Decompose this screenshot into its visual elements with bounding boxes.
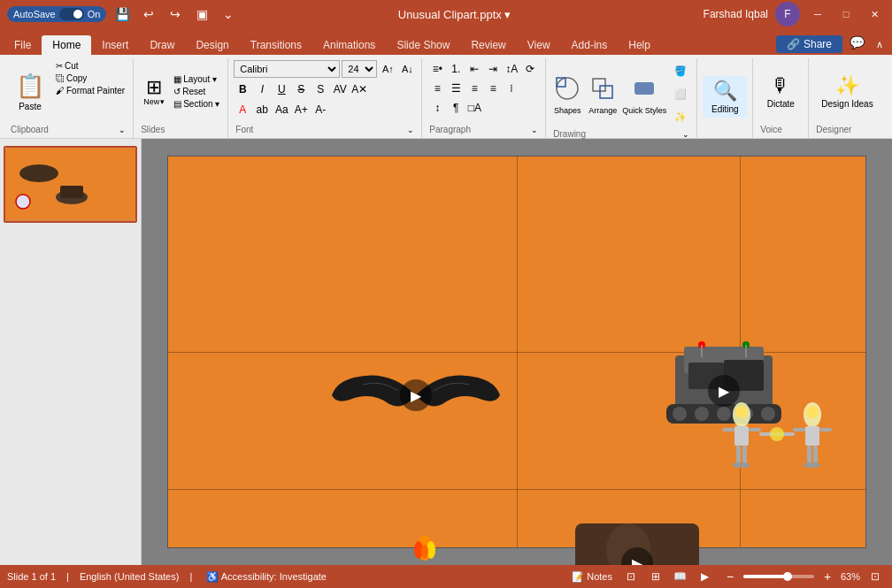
font-size-down2-button[interactable]: A-	[311, 101, 329, 118]
reset-button[interactable]: ↺ Reset	[171, 86, 222, 97]
tab-view[interactable]: View	[517, 35, 561, 55]
paragraph-spacing-button[interactable]: ¶	[447, 99, 465, 117]
tab-file[interactable]: File	[4, 35, 42, 55]
increase-indent-button[interactable]: ⇥	[484, 60, 502, 78]
new-slide-button[interactable]: ⊞ New ▾	[139, 75, 169, 109]
font-family-select[interactable]: Calibri	[234, 60, 340, 78]
undo-button[interactable]: ↩	[138, 4, 159, 25]
cut-button[interactable]: ✂ Cut	[53, 60, 127, 72]
convert-smartart-button[interactable]: ⟳	[521, 60, 539, 78]
paste-button[interactable]: 📋 Paste	[9, 60, 51, 123]
minimize-button[interactable]: ─	[807, 4, 828, 25]
arrange-button[interactable]	[587, 73, 619, 104]
increase-font-button[interactable]: A↑	[379, 60, 396, 78]
decrease-font-button[interactable]: A↓	[398, 60, 416, 78]
slide-canvas[interactable]: ▶	[167, 156, 866, 548]
drawing-expand-button[interactable]: ⌄	[682, 130, 689, 139]
close-button[interactable]: ✕	[864, 4, 885, 25]
text-box-button[interactable]: □A	[465, 99, 483, 117]
line-spacing-button[interactable]: ↕	[428, 99, 446, 117]
shape-effects-button[interactable]: ✨	[670, 106, 691, 127]
tab-transitions[interactable]: Transitions	[240, 35, 312, 55]
decrease-indent-button[interactable]: ⇤	[465, 60, 483, 78]
comments-button[interactable]: 💬	[846, 32, 867, 53]
autosave-toggle[interactable]	[59, 8, 84, 20]
notes-button[interactable]: 📝 Notes	[568, 570, 616, 584]
maximize-button[interactable]: □	[835, 4, 857, 25]
font-size-select[interactable]: 24	[342, 60, 377, 78]
italic-button[interactable]: I	[253, 80, 271, 98]
tab-review[interactable]: Review	[460, 35, 516, 55]
save-button[interactable]: 💾	[112, 4, 133, 25]
normal-view-button[interactable]: ⊡	[621, 567, 641, 586]
shapes-button[interactable]	[551, 73, 583, 104]
align-center-button[interactable]: ☰	[447, 80, 465, 97]
slideshow-button[interactable]: ▶	[696, 567, 715, 586]
svg-rect-19	[701, 345, 703, 357]
change-case-button[interactable]: Aa	[273, 101, 290, 118]
design-ideas-button[interactable]: ✨ Design Ideas	[814, 71, 880, 112]
clock-clipart[interactable]	[381, 528, 469, 565]
presentation-view-button[interactable]: ▣	[191, 4, 212, 25]
align-right-button[interactable]: ≡	[465, 80, 483, 97]
justify-button[interactable]: ≡	[484, 80, 502, 97]
text-highlight-button[interactable]: ab	[253, 101, 271, 118]
underline-button[interactable]: U	[273, 80, 290, 98]
autosave-badge[interactable]: AutoSave On	[7, 6, 106, 22]
copy-button[interactable]: ⿻ Copy	[53, 73, 127, 84]
section-button[interactable]: ▤ Section ▾	[171, 98, 222, 110]
zoom-in-button[interactable]: +	[818, 567, 837, 586]
text-shadow-button[interactable]: S	[311, 80, 329, 98]
collapse-ribbon-button[interactable]: ∧	[871, 35, 888, 53]
tab-home[interactable]: Home	[42, 35, 91, 55]
reading-view-button[interactable]: 📖	[671, 567, 690, 586]
ribbon-tabs: File Home Insert Draw Design Transitions…	[0, 28, 892, 55]
slide-thumbnail-1[interactable]	[4, 146, 137, 223]
clipboard-expand-button[interactable]: ⌄	[119, 126, 126, 134]
align-left-button[interactable]: ≡	[428, 80, 446, 97]
design-ideas-label: Design Ideas	[821, 99, 873, 109]
dictate-button[interactable]: 🎙 Dictate	[758, 71, 803, 112]
tab-insert[interactable]: Insert	[91, 35, 139, 55]
font-color-button[interactable]: A	[234, 101, 251, 118]
slide-sorter-button[interactable]: ⊞	[646, 567, 665, 586]
columns-button[interactable]: ⁞	[503, 80, 520, 97]
fit-to-window-button[interactable]: ⊡	[865, 567, 885, 586]
clear-format-button[interactable]: A✕	[350, 80, 368, 98]
avatar[interactable]: F	[775, 2, 800, 27]
svg-rect-47	[749, 428, 761, 431]
share-button[interactable]: 🔗 Share	[776, 35, 842, 53]
bold-button[interactable]: B	[234, 80, 251, 98]
numbering-button[interactable]: 1.	[447, 60, 465, 78]
accessibility-button[interactable]: ♿ Accessibility: Investigate	[203, 570, 330, 584]
mustache-clipart[interactable]: ▶	[327, 351, 504, 439]
editing-button[interactable]: 🔍 Editing	[703, 76, 747, 118]
char-spacing-button[interactable]: AV	[331, 80, 349, 98]
format-painter-button[interactable]: 🖌 Format Painter	[53, 85, 127, 96]
tab-animations[interactable]: Animations	[312, 35, 386, 55]
quick-styles-button[interactable]	[628, 73, 660, 104]
customize-button[interactable]: ⌄	[218, 4, 239, 25]
font-expand-button[interactable]: ⌄	[407, 126, 414, 134]
svg-point-9	[16, 195, 30, 209]
shape-fill-button[interactable]: 🪣	[670, 60, 691, 81]
zoom-slider[interactable]	[743, 575, 814, 578]
shape-outline-button[interactable]: ⬜	[670, 83, 691, 104]
tab-addins[interactable]: Add-ins	[561, 35, 619, 55]
ribbon-group-font: Calibri 24 A↑ A↓ B I U S S AV A✕ A ab A	[228, 58, 422, 138]
tab-slideshow[interactable]: Slide Show	[386, 35, 460, 55]
zoom-out-button[interactable]: −	[720, 567, 740, 586]
tab-draw[interactable]: Draw	[139, 35, 185, 55]
tab-help[interactable]: Help	[618, 35, 661, 55]
font-size-up2-button[interactable]: A+	[292, 101, 310, 118]
strikethrough-button[interactable]: S	[292, 80, 310, 98]
hat-clipart[interactable]: ▶	[549, 493, 726, 565]
paragraph-expand-button[interactable]: ⌄	[531, 126, 538, 134]
text-direction-button[interactable]: ↕A	[503, 60, 520, 78]
bullets-button[interactable]: ≡•	[428, 60, 446, 78]
robot-clipart[interactable]	[715, 397, 839, 521]
play-button-mustache[interactable]: ▶	[400, 379, 432, 411]
redo-button[interactable]: ↪	[165, 4, 186, 25]
tab-design[interactable]: Design	[185, 35, 239, 55]
layout-button[interactable]: ▦ Layout ▾	[171, 73, 222, 85]
